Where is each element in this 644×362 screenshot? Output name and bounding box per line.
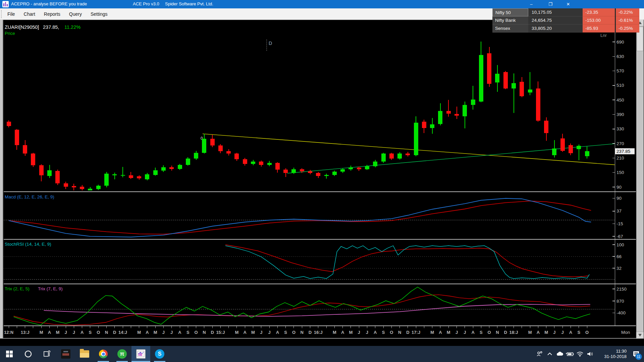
people-icon[interactable]: [535, 351, 545, 357]
volume-icon[interactable]: [585, 351, 595, 357]
x-tick-label: 15:J: [216, 330, 225, 335]
candle-body: [251, 162, 255, 164]
price-axis-tick-label: 210: [616, 156, 624, 161]
x-tick-label: M: [137, 330, 141, 335]
indices-ticker-panel: Nifty 5010,175.05-23.35-0.22%Nifty Bank2…: [492, 8, 639, 33]
title-bar: ACEPRO - analyse BEFORE you trade ACE Pr…: [0, 0, 644, 8]
app-icon-glyph: [3, 2, 8, 7]
scale-mode-label: Lnr: [600, 33, 607, 38]
index-row-nifty-bank[interactable]: Nifty Bank24,654.75-153.00-0.61%: [492, 16, 639, 24]
x-tick-label: D: [211, 330, 214, 335]
candle-body: [194, 153, 198, 159]
price-axis-tick-label: 330: [616, 126, 624, 131]
index-val: 33,805.20: [528, 24, 583, 33]
macd-axis-tick-label: 90: [616, 196, 622, 201]
index-row-nifty-50[interactable]: Nifty 5010,175.05-23.35-0.22%: [492, 8, 639, 16]
candle-body: [226, 151, 231, 154]
menu-item-query[interactable]: Query: [65, 11, 86, 17]
x-tick-label: A: [48, 330, 51, 335]
candle-body: [7, 122, 11, 126]
close-button[interactable]: ✕: [561, 0, 576, 8]
x-tick-label: 18:J: [509, 330, 518, 335]
candle-body: [324, 175, 329, 176]
hidden-icons-chevron-icon[interactable]: [545, 352, 555, 356]
acepro-icon: [136, 349, 146, 359]
acepro-app-button[interactable]: [131, 346, 150, 362]
candle-body: [340, 169, 345, 171]
macd-axis-tick-label: -15: [616, 221, 623, 226]
symbol-change-pct: 11.22%: [64, 24, 80, 30]
x-tick-label: M: [235, 330, 239, 335]
wifi-icon[interactable]: [575, 351, 585, 357]
x-tick-label: J: [268, 330, 270, 335]
chrome-button[interactable]: [94, 346, 113, 362]
candle-body: [88, 189, 92, 190]
start-button[interactable]: [0, 346, 19, 362]
price-axis-tick-label: 690: [616, 40, 624, 45]
action-center-button[interactable]: 11: [629, 346, 644, 362]
candle-body: [438, 111, 442, 124]
x-tick-label: A: [146, 330, 149, 335]
cortana-button[interactable]: [19, 346, 38, 362]
taskbar-app-media[interactable]: [56, 346, 75, 362]
file-explorer-button[interactable]: [75, 346, 94, 362]
cortana-icon: [24, 350, 32, 358]
x-tick-label: A: [244, 330, 247, 335]
index-chg: -153.00: [583, 16, 615, 24]
battery-icon[interactable]: [565, 352, 575, 356]
pi-app-button[interactable]: π: [113, 346, 131, 362]
scrollbar-track[interactable]: [636, 19, 644, 339]
candle-body: [23, 145, 27, 154]
candle-body: [569, 145, 573, 153]
menu-item-reports[interactable]: Reports: [40, 11, 65, 17]
x-tick-label: O: [488, 330, 491, 335]
candle-body: [267, 163, 272, 165]
x-tick-label: A: [341, 330, 344, 335]
menu-item-chart[interactable]: Chart: [19, 11, 40, 17]
minimize-button[interactable]: –: [524, 0, 539, 8]
menu-item-settings[interactable]: Settings: [86, 11, 112, 17]
x-tick-label: M: [349, 330, 353, 335]
candle-body: [104, 174, 109, 186]
x-tick-label: 13:J: [21, 330, 30, 335]
x-tick-label: M: [40, 330, 43, 335]
candle-body: [495, 74, 499, 82]
candle-body: [259, 162, 263, 165]
candle-body: [300, 169, 304, 171]
app-frame-left: [0, 19, 3, 339]
x-tick-label: A: [471, 330, 475, 335]
clock-time: 11:30: [598, 349, 627, 354]
trix-fast-pane-label: Trix (2, E, 5): [5, 286, 30, 291]
x-tick-label: O: [195, 330, 198, 335]
maximize-button[interactable]: ❐: [543, 0, 558, 8]
taskbar-clock[interactable]: 11:30 31-10-2018: [598, 349, 627, 359]
x-tick-label: M: [154, 330, 157, 335]
chart-canvas[interactable]: 0690630570510450390330270210150909037-15…: [0, 0, 644, 362]
index-pct: -0.61%: [616, 16, 639, 24]
candle-body: [129, 175, 133, 178]
x-tick-label: M: [251, 330, 255, 335]
candle-body: [348, 168, 353, 169]
x-tick-label: J: [366, 330, 368, 335]
trix-axis-tick-label: 2150: [616, 287, 627, 292]
candle-body: [446, 111, 451, 113]
candle-body: [145, 174, 149, 179]
candle-body: [218, 145, 223, 151]
candle-body: [414, 123, 418, 155]
index-row-sensex[interactable]: Sensex33,805.20-85.93-0.25%: [492, 24, 639, 33]
onedrive-icon[interactable]: [555, 352, 565, 356]
x-tick-label: D: [504, 330, 507, 335]
x-tick-label: D: [113, 330, 116, 335]
skype-button[interactable]: S: [150, 346, 169, 362]
task-view-button[interactable]: [38, 346, 56, 362]
index-pct: -0.22%: [616, 8, 639, 16]
x-tick-label: J: [561, 330, 564, 335]
symbol-last-price: 237.85,: [43, 24, 59, 30]
candle-body: [112, 174, 117, 175]
price-pane-label: Price: [5, 31, 15, 36]
candle-body: [536, 88, 540, 121]
candle-body: [275, 163, 280, 170]
trix-axis-tick-label: -400: [616, 310, 626, 315]
candle-body: [454, 114, 459, 116]
menu-item-file[interactable]: File: [3, 11, 19, 17]
